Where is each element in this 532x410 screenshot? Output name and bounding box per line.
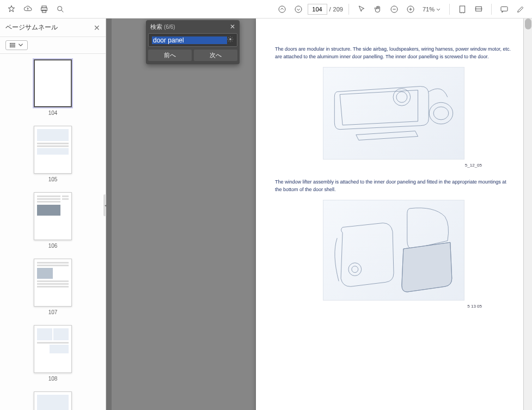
- sidebar-title: ページサムネール: [5, 23, 94, 32]
- zoom-out-icon[interactable]: [387, 2, 401, 16]
- svg-line-4: [61, 10, 63, 12]
- search-settings-gear-icon[interactable]: [227, 36, 234, 44]
- thumbnail-item[interactable]: 107: [0, 259, 106, 315]
- figure-window-lifter: [323, 200, 464, 301]
- search-prev-button[interactable]: 前へ: [148, 50, 192, 61]
- thumbnail-item[interactable]: 105: [0, 126, 106, 182]
- comment-icon[interactable]: [497, 2, 511, 16]
- thumbnail-sidebar: ページサムネール ✕ 104 105 106 10: [0, 19, 106, 410]
- svg-point-21: [396, 91, 407, 102]
- svg-rect-18: [10, 46, 15, 47]
- svg-rect-17: [10, 45, 15, 46]
- document-viewport[interactable]: 検索 (6/6) ✕ door panel 前へ 次へ 911 Carrera …: [106, 19, 532, 410]
- print-icon[interactable]: [37, 2, 51, 16]
- upload-cloud-icon[interactable]: [21, 2, 35, 16]
- thumbnail-item[interactable]: 104: [0, 59, 106, 116]
- thumbnail-label: 107: [48, 309, 58, 315]
- fit-page-icon[interactable]: [472, 2, 486, 16]
- thumbnail-label: 106: [48, 243, 58, 249]
- pointer-arrow-icon[interactable]: [354, 2, 369, 16]
- zoom-in-icon[interactable]: [403, 2, 418, 16]
- search-counter: (6/6): [164, 24, 175, 30]
- figure-label-2: 5 13 05: [275, 304, 512, 309]
- figure-door-panel: [323, 67, 464, 160]
- search-close-icon[interactable]: ✕: [230, 23, 235, 30]
- svg-rect-15: [501, 7, 507, 11]
- search-titlebar[interactable]: 検索 (6/6) ✕: [146, 20, 240, 33]
- page-sep: /: [329, 6, 331, 13]
- svg-point-19: [230, 39, 231, 40]
- search-input[interactable]: door panel: [152, 36, 227, 44]
- body-paragraph-1: The doors are modular in structure. The …: [275, 46, 512, 60]
- svg-point-23: [433, 107, 449, 120]
- page-down-icon[interactable]: [291, 2, 305, 16]
- thumbnail-label: 108: [48, 376, 58, 382]
- page-number-input[interactable]: [308, 4, 327, 15]
- page-counter: / 209: [308, 4, 343, 15]
- page-total: 209: [333, 6, 343, 13]
- sidebar-view-options-button[interactable]: [5, 40, 28, 50]
- svg-point-6: [295, 6, 302, 13]
- chevron-down-icon: [17, 42, 24, 48]
- pdf-page: 911 Carrera S The doors are modular in s…: [256, 19, 531, 410]
- thumbnail-item[interactable]: [0, 391, 106, 410]
- thumbnail-item[interactable]: 108: [0, 325, 106, 382]
- zoom-level-dropdown[interactable]: 71%: [420, 5, 444, 13]
- svg-point-22: [429, 102, 452, 124]
- svg-rect-16: [10, 43, 15, 44]
- hand-pan-icon[interactable]: [371, 2, 385, 16]
- search-title: 検索: [150, 23, 162, 30]
- svg-rect-12: [460, 6, 464, 13]
- page-up-icon[interactable]: [275, 2, 289, 16]
- sidebar-close-icon[interactable]: ✕: [94, 23, 100, 32]
- svg-rect-2: [42, 10, 46, 13]
- body-paragraph-2: The window lifter assembly is attached t…: [275, 179, 512, 193]
- highlight-pen-icon[interactable]: [513, 2, 528, 16]
- thumbnail-list: 104 105 106 107 108: [0, 54, 106, 410]
- thumbnail-label: 105: [48, 176, 58, 182]
- fit-width-icon[interactable]: [455, 2, 469, 16]
- thumbnail-label: 104: [48, 110, 58, 116]
- search-panel: 検索 (6/6) ✕ door panel 前へ 次へ: [146, 20, 240, 64]
- vertical-scrollbar[interactable]: [523, 19, 532, 410]
- chevron-down-icon: [436, 7, 441, 12]
- zoom-value: 71%: [423, 6, 435, 13]
- figure-label-1: 5_12_05: [275, 163, 512, 168]
- svg-point-25: [351, 266, 358, 273]
- bookmark-icon[interactable]: [4, 2, 19, 16]
- search-next-button[interactable]: 次へ: [194, 50, 237, 61]
- main-toolbar: / 209 71%: [0, 0, 532, 19]
- zoom-search-icon[interactable]: [53, 2, 68, 16]
- svg-point-5: [279, 6, 285, 13]
- svg-point-24: [348, 263, 361, 276]
- thumbnail-item[interactable]: 106: [0, 192, 106, 249]
